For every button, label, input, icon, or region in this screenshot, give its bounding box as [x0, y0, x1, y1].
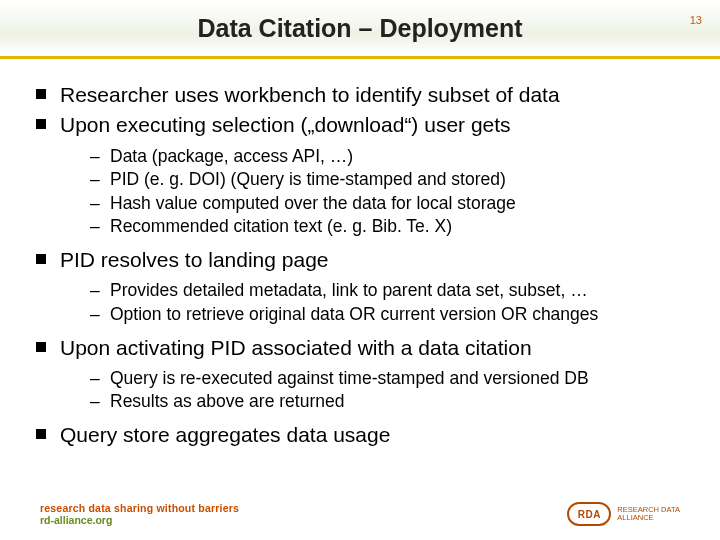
bullet-text: Researcher uses workbench to identify su…: [60, 83, 560, 106]
rda-text-line2: ALLIANCE: [617, 514, 680, 522]
bullet-item: Upon activating PID associated with a da…: [36, 335, 690, 415]
bullet-text: Upon activating PID associated with a da…: [60, 336, 532, 359]
slide-title: Data Citation – Deployment: [0, 14, 720, 43]
footer-tagline: research data sharing without barriers: [40, 502, 239, 514]
sub-bullet-item: Recommended citation text (e. g. Bib. Te…: [90, 215, 690, 239]
sub-bullet-item: Results as above are returned: [90, 390, 690, 414]
sub-bullet-list: Query is re-executed against time-stampe…: [90, 367, 690, 414]
bullet-text: Query store aggregates data usage: [60, 423, 390, 446]
sub-bullet-list: Provides detailed metadata, link to pare…: [90, 279, 690, 326]
bullet-item: Query store aggregates data usage: [36, 422, 690, 448]
slide-footer: research data sharing without barriers r…: [40, 486, 680, 526]
sub-bullet-item: Provides detailed metadata, link to pare…: [90, 279, 690, 303]
rda-logo-text: RESEARCH DATA ALLIANCE: [617, 506, 680, 522]
sub-bullet-item: Query is re-executed against time-stampe…: [90, 367, 690, 391]
header-accent-line: [0, 56, 720, 59]
bullet-item: PID resolves to landing page Provides de…: [36, 247, 690, 327]
footer-url: rd-alliance.org: [40, 514, 239, 526]
sub-bullet-list: Data (package, access API, …) PID (e. g.…: [90, 145, 690, 240]
slide-content: Researcher uses workbench to identify su…: [36, 82, 690, 452]
sub-bullet-item: Option to retrieve original data OR curr…: [90, 303, 690, 327]
bullet-text: Upon executing selection („download“) us…: [60, 113, 511, 136]
sub-bullet-item: Hash value computed over the data for lo…: [90, 192, 690, 216]
bullet-text: PID resolves to landing page: [60, 248, 329, 271]
rda-logo-icon: RDA: [567, 502, 611, 526]
sub-bullet-item: PID (e. g. DOI) (Query is time-stamped a…: [90, 168, 690, 192]
sub-bullet-item: Data (package, access API, …): [90, 145, 690, 169]
bullet-item: Researcher uses workbench to identify su…: [36, 82, 690, 108]
footer-left: research data sharing without barriers r…: [40, 502, 239, 526]
page-number: 13: [690, 14, 702, 26]
footer-right: RDA RESEARCH DATA ALLIANCE: [567, 502, 680, 526]
bullet-item: Upon executing selection („download“) us…: [36, 112, 690, 239]
bullet-list: Researcher uses workbench to identify su…: [36, 82, 690, 448]
